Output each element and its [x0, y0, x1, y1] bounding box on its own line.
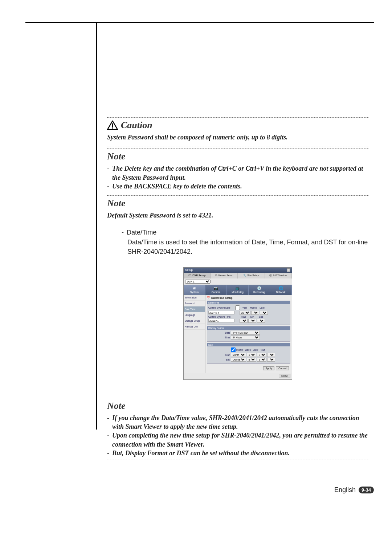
select-date[interactable]: 4 [260, 311, 268, 315]
section-datetime: Date/Time Current System Date Year Month… [207, 301, 290, 325]
caution-heading-row: Caution [107, 120, 368, 131]
dvr-select-row: DVR 1 [184, 278, 292, 285]
dialog-title: Setup [185, 268, 193, 272]
close-icon[interactable]: × [287, 268, 290, 272]
datetime-block: -Date/Time Data/Time is used to set the … [107, 229, 368, 256]
note3-item-3: But, Display Format or DST can be set wi… [112, 449, 368, 457]
checkbox-enable-date[interactable] [235, 305, 240, 310]
footer-page-number: 9-34 [359, 487, 374, 493]
sidebar: Information Password Date/Time Language … [184, 295, 205, 373]
input-current-time[interactable] [208, 319, 234, 322]
sidebar-item-information[interactable]: Information [184, 295, 205, 301]
vertical-rule [96, 23, 97, 430]
tab-dvr-setup[interactable]: 📼DVR Setup [184, 273, 211, 278]
select-dst-start-day[interactable]: Sun [257, 353, 266, 357]
cancel-button[interactable]: Cancel [276, 366, 289, 370]
cat-network[interactable]: 🌐Network [270, 285, 292, 295]
select-hour[interactable]: 20 [240, 319, 248, 323]
label-dst-end: End [208, 358, 230, 361]
note-heading-row: Note [107, 151, 368, 162]
input-current-date[interactable] [208, 311, 234, 314]
select-time-format[interactable]: 24 Hours [231, 335, 260, 339]
label-dst-columns: Month · Week · Date · Hour [236, 349, 265, 351]
section-datetime-header: Date/Time [207, 301, 290, 304]
divider [107, 149, 368, 149]
svg-rect-2 [112, 127, 113, 129]
caution-heading: Caution [121, 120, 152, 131]
section-dst: DST Month · Week · Date · Hour Start Mar… [207, 343, 290, 364]
cat-camera[interactable]: 📷Camera [205, 285, 227, 295]
select-dst-start-month[interactable]: March [231, 353, 246, 357]
select-dst-start-hour[interactable]: 01 [267, 353, 275, 357]
close-button[interactable]: Close [279, 374, 290, 378]
page-frame: Caution System Password shall be compose… [25, 22, 374, 501]
note1-body: -The Delete key and the combination of C… [107, 164, 368, 191]
section-display-format: Display Format Date YYYY-MM-DD Time 24 H… [207, 326, 290, 342]
sidebar-item-remote[interactable]: Remote Dev [184, 324, 205, 330]
content-column: Caution System Password shall be compose… [107, 117, 368, 460]
note2-text: Default System Password is set to 4321. [107, 211, 368, 220]
label-dst-start: Start [208, 354, 230, 356]
cat-system[interactable]: 🖥System [184, 285, 205, 295]
note3-item-1: If you change the Data/Time value, SHR-2… [112, 414, 368, 431]
label-current-time: Current System Time [208, 316, 234, 318]
datetime-desc: Data/Time is used to set the information… [107, 238, 368, 256]
sidebar-item-language[interactable]: Language [184, 312, 205, 318]
divider [107, 222, 368, 222]
tab-site-setup[interactable]: 🔧Site Setup [238, 273, 265, 278]
settings-panel: 📅Date/Time Setup Date/Time Current Syste… [205, 295, 292, 373]
caution-text: System Password shall be composed of num… [107, 133, 368, 142]
checkbox-dst[interactable] [231, 347, 236, 352]
select-dst-end-day[interactable]: Sun [257, 358, 266, 362]
select-month[interactable]: 6 [251, 311, 259, 315]
sidebar-item-datetime[interactable]: Date/Time [184, 306, 205, 312]
select-year[interactable]: 2007 [240, 311, 250, 315]
select-sec[interactable]: 41 [257, 319, 265, 323]
screenshot-wrap: Setup × 📼DVR Setup 👁Viewer Setup 🔧Site S… [107, 267, 368, 380]
divider [107, 398, 368, 398]
section-dst-header: DST [207, 343, 290, 346]
label-current-date: Current System Date [208, 306, 234, 309]
setup-dialog: Setup × 📼DVR Setup 👁Viewer Setup 🔧Site S… [183, 267, 292, 380]
note-heading-row: Note [107, 198, 368, 209]
cat-monitoring[interactable]: 📺Monitoring [227, 285, 249, 295]
tab-sw-version[interactable]: ⓘS/W Version [265, 273, 292, 278]
category-row: 🖥System 📷Camera 📺Monitoring 💿Recording 🌐… [184, 285, 292, 295]
warning-icon [107, 121, 118, 130]
note-heading: Note [107, 151, 126, 162]
svg-rect-1 [112, 123, 113, 127]
footer-language: English [334, 486, 356, 494]
cat-recording[interactable]: 💿Recording [249, 285, 270, 295]
section-display-header: Display Format [207, 326, 290, 330]
select-date-format[interactable]: YYYY-MM-DD [231, 331, 260, 335]
dvr-select[interactable]: DVR 1 [185, 280, 211, 284]
divider [107, 460, 368, 460]
note3-body: -If you change the Data/Time value, SHR-… [107, 414, 368, 457]
tab-viewer-setup[interactable]: 👁Viewer Setup [211, 273, 238, 278]
note-heading-row: Note [107, 400, 368, 411]
sidebar-item-password[interactable]: Password [184, 301, 205, 306]
page-footer: English 9-34 [334, 486, 374, 494]
note3-item-2: Upon completing the new time setup for S… [112, 431, 368, 449]
divider [107, 117, 368, 118]
label-date-format: Date [208, 331, 230, 334]
note-heading: Note [107, 400, 126, 411]
select-dst-start-week[interactable]: 1st [247, 353, 256, 357]
datetime-title: Date/Time [127, 229, 156, 236]
select-min[interactable]: 11 [248, 319, 256, 323]
panel-title: 📅Date/Time Setup [207, 296, 290, 300]
select-dst-end-month[interactable]: October [231, 358, 246, 362]
select-dst-end-hour[interactable]: 01 [267, 358, 275, 362]
note-heading: Note [107, 198, 126, 209]
note1-item-1: The Delete key and the combination of Ct… [112, 164, 368, 182]
sidebar-item-storage[interactable]: Storage Setup [184, 318, 205, 324]
divider [107, 195, 368, 196]
apply-button[interactable]: Apply [263, 366, 275, 370]
button-row: Apply Cancel [207, 365, 290, 372]
note1-item-2: Use the BACKSPACE key to delete the cont… [112, 182, 368, 191]
select-dst-end-week[interactable]: last [247, 358, 256, 362]
top-tab-row: 📼DVR Setup 👁Viewer Setup 🔧Site Setup ⓘS/… [184, 273, 292, 278]
label-time-format: Time [208, 336, 230, 339]
dialog-titlebar: Setup × [184, 268, 292, 273]
